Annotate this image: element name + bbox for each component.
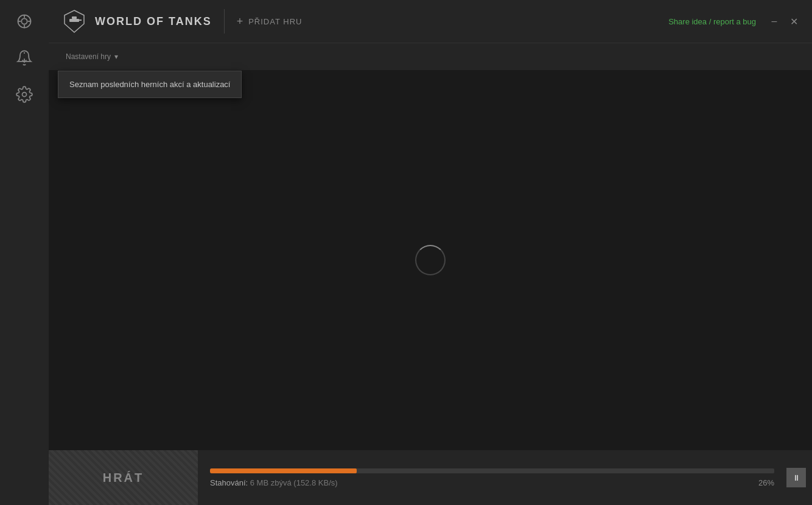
minimize-button[interactable]: –	[768, 15, 780, 27]
download-info: Stahování: 6 MB zbývá (152.8 KB/s) 26%	[210, 478, 774, 487]
download-speed: (152.8 KB/s)	[293, 478, 337, 487]
game-title: WORLD OF TANKS	[95, 15, 212, 28]
loading-spinner	[415, 245, 446, 275]
svg-rect-11	[72, 16, 77, 19]
download-remaining: 6 MB zbývá	[250, 478, 292, 487]
sidebar-item-notifications[interactable]	[9, 43, 40, 73]
notification-icon	[16, 49, 33, 66]
progress-bar-fill	[210, 468, 357, 473]
window-controls: – ✕	[768, 15, 800, 27]
tooltip-popup: Seznam posledních herních akcí a aktuali…	[58, 71, 242, 98]
titlebar-right: Share idea / report a bug – ✕	[668, 15, 800, 27]
plus-icon: +	[237, 15, 244, 28]
svg-point-1	[21, 18, 27, 24]
close-button[interactable]: ✕	[788, 15, 800, 27]
game-logo: WORLD OF TANKS	[61, 8, 212, 35]
main-content: WORLD OF TANKS + PŘIDAT HRU Share idea /…	[49, 0, 812, 505]
share-link[interactable]: Share idea / report a bug	[668, 17, 756, 26]
chevron-down-icon: ▾	[114, 52, 118, 61]
svg-point-8	[23, 93, 27, 97]
play-button[interactable]: HRÁT	[49, 450, 198, 505]
progress-percent: 26%	[758, 478, 774, 487]
download-text: Stahování: 6 MB zbývá (152.8 KB/s)	[210, 478, 338, 487]
gear-icon	[16, 86, 33, 103]
play-button-label: HRÁT	[103, 471, 144, 485]
titlebar-divider	[224, 9, 225, 34]
target-icon	[16, 13, 33, 30]
download-label: Stahování:	[210, 478, 248, 487]
add-game-button[interactable]: + PŘIDAT HRU	[237, 15, 303, 28]
bottom-bar: HRÁT Stahování: 6 MB zbývá (152.8 KB/s) …	[49, 450, 812, 505]
game-settings-button[interactable]: Nastavení hry ▾	[61, 50, 123, 63]
svg-point-6	[24, 52, 25, 54]
svg-rect-10	[69, 19, 79, 22]
progress-bar-background	[210, 468, 774, 473]
content-area	[49, 70, 812, 450]
add-game-label: PŘIDAT HRU	[248, 17, 302, 26]
sidebar	[0, 0, 49, 505]
sidebar-item-settings[interactable]	[9, 79, 40, 110]
pause-icon: ⏸	[793, 473, 800, 482]
sidebar-item-target[interactable]	[9, 6, 40, 37]
game-logo-icon	[61, 8, 88, 35]
pause-button[interactable]: ⏸	[786, 468, 806, 487]
titlebar: WORLD OF TANKS + PŘIDAT HRU Share idea /…	[49, 0, 812, 43]
download-section: Stahování: 6 MB zbývá (152.8 KB/s) 26%	[198, 468, 786, 487]
settings-label: Nastavení hry	[66, 52, 111, 61]
subheader: Nastavení hry ▾ Seznam posledních herníc…	[49, 43, 812, 70]
tooltip-text: Seznam posledních herních akcí a aktuali…	[69, 80, 230, 89]
